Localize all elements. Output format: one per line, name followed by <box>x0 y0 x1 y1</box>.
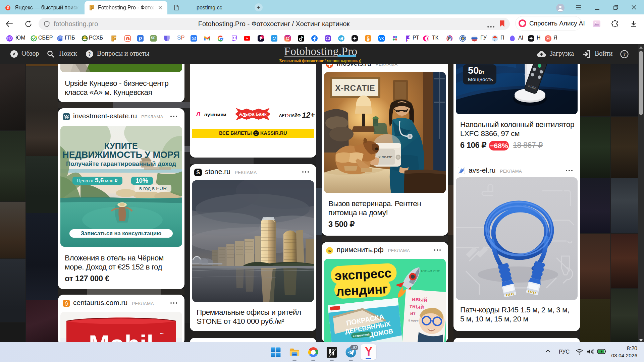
svg-text:?: ? <box>623 52 626 57</box>
svg-text:ит: ит <box>410 310 416 316</box>
svg-text:в год в EUR: в год в EUR <box>139 185 167 191</box>
svg-text:VK: VK <box>379 37 384 41</box>
svg-text:X-RCATIE: X-RCATIE <box>335 83 375 93</box>
svg-text:10%: 10% <box>136 177 148 184</box>
svg-text:лендинг: лендинг <box>336 282 388 299</box>
svg-text:Получайте гарантированный дохо: Получайте гарантированный доход <box>66 160 176 167</box>
svg-text:™: ™ <box>160 332 164 337</box>
svg-text:лужники: лужники <box>204 112 226 117</box>
svg-text:Л: Л <box>196 111 200 118</box>
svg-text:Мощность: Мощность <box>468 76 493 82</box>
svg-text:?: ? <box>89 52 91 57</box>
svg-text:...-)709)108-24-99: ...-)709)108-24-99 <box>418 269 440 272</box>
svg-text:НЕДВИЖИМОСТЬ У МОРЯ: НЕДВИЖИМОСТЬ У МОРЯ <box>62 150 180 160</box>
svg-text:экспресс: экспресс <box>334 266 392 283</box>
svg-text:Mobil: Mobil <box>89 330 153 342</box>
svg-text:ивый: ивый <box>412 296 427 303</box>
svg-text:КУПИТЕ: КУПИТЕ <box>104 141 138 150</box>
svg-text:Альфа Банк: Альфа Банк <box>239 112 267 117</box>
svg-text:X·RCATE: X·RCATE <box>378 155 392 159</box>
svg-text:тный: тный <box>409 303 424 310</box>
